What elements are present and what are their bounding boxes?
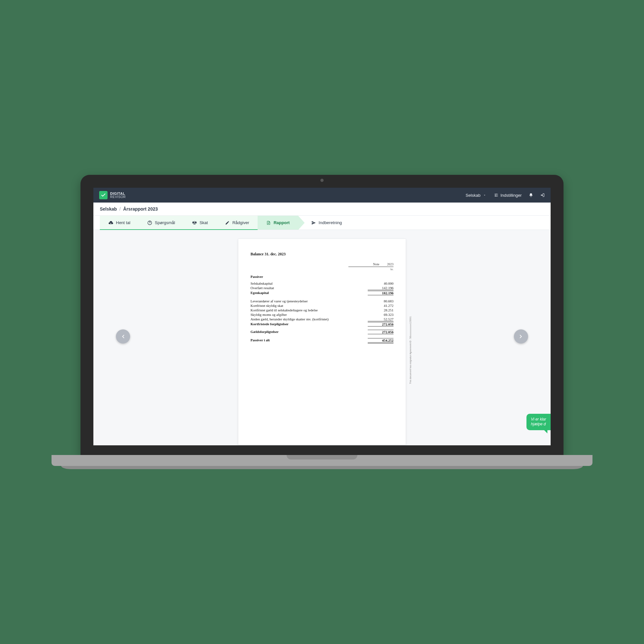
report-workspace: Balance 31. dec. 2023 Note 2023 kr. Pass… [93, 230, 551, 443]
svg-point-4 [149, 223, 150, 224]
logo-mark-icon [99, 191, 108, 199]
breadcrumb: Selskab / Årsrapport 2023 [93, 203, 551, 216]
step-skat[interactable]: Skat [184, 216, 216, 230]
step-label: Skat [200, 220, 208, 225]
step-label: Hent tal [116, 220, 130, 225]
company-dropdown-label: Selskab [466, 193, 480, 198]
table-row: Selskabskapital 40.000 [251, 281, 393, 286]
column-headers: Note 2023 [348, 262, 393, 267]
laptop-bezel: DIGITAL REVISOR Selskab Indstillinger [81, 175, 563, 455]
laptop-camera [320, 179, 324, 182]
company-dropdown[interactable]: Selskab [466, 193, 487, 198]
row-label: Overført resultat [251, 286, 368, 290]
step-radgiver[interactable]: Rådgiver [216, 216, 258, 230]
grand-total-row: Passiver i alt 454.252 [251, 338, 393, 344]
liabilities-total-row: Gældsforpligtelser 272.056 [251, 329, 393, 335]
bell-icon [529, 193, 533, 197]
file-text-icon [266, 220, 271, 225]
svg-point-2 [496, 196, 496, 196]
document-title: Balance 31. dec. 2023 [251, 252, 393, 257]
step-sporgsmal[interactable]: Spørgsmål [139, 216, 184, 230]
top-navbar: DIGITAL REVISOR Selskab Indstillinger [93, 188, 551, 203]
row-label: Skyldig moms og afgifter [251, 313, 368, 317]
help-chat-bubble[interactable]: Vi er klar hjælpe d [526, 414, 551, 430]
pencil-icon [225, 220, 230, 225]
step-hent-tal[interactable]: Hent tal [100, 216, 139, 230]
row-value: 69.323 [368, 313, 393, 317]
brand-line2: REVISOR [110, 195, 126, 199]
step-label: Spørgsmål [155, 220, 175, 225]
step-label: Rapport [274, 220, 290, 225]
help-line2: hjælpe d [531, 422, 546, 426]
row-label: Passiver i alt [251, 338, 368, 344]
row-label: Leverandører af varer og tjenesteydelser [251, 299, 368, 303]
step-indberetning[interactable]: Indberetning [298, 216, 350, 230]
logout-icon [540, 193, 545, 197]
row-label: Kortfristede forpligtelser [251, 322, 368, 327]
breadcrumb-root[interactable]: Selskab [100, 206, 117, 212]
laptop-mockup: DIGITAL REVISOR Selskab Indstillinger [81, 175, 563, 469]
cloud-download-icon [108, 220, 113, 225]
app-screen: DIGITAL REVISOR Selskab Indstillinger [93, 188, 551, 445]
table-row: Kortfristet gæld til selskabsdeltagere o… [251, 308, 393, 312]
row-label: Kortfristet gæld til selskabsdeltagere o… [251, 308, 368, 312]
esignature-note: This document has esignatur Agreement-ID… [409, 316, 411, 384]
col-note-label: Note [373, 262, 379, 266]
row-label: Selskabskapital [251, 281, 368, 285]
section-passiver-heading: Passiver [251, 275, 393, 279]
step-rapport[interactable]: Rapport [258, 216, 298, 230]
row-label: Anden gæld, herunder skyldige skatter mv… [251, 317, 368, 321]
laptop-foot [61, 466, 583, 469]
table-row: Anden gæld, herunder skyldige skatter mv… [251, 317, 393, 322]
currency-unit: kr. [251, 268, 393, 271]
laptop-base [52, 455, 592, 466]
prev-page-button[interactable] [116, 329, 130, 344]
row-label: Gældsforpligtelser [251, 330, 368, 334]
table-row: Overført resultat 142.196 [251, 286, 393, 290]
breadcrumb-separator: / [119, 206, 121, 212]
notifications-button[interactable] [529, 193, 533, 197]
row-value: 80.683 [368, 299, 393, 303]
settings-label: Indstillinger [500, 193, 522, 198]
table-row: Skyldig moms og afgifter 69.323 [251, 312, 393, 317]
row-value: 52.527 [368, 317, 393, 321]
next-page-button[interactable] [514, 329, 528, 344]
logout-button[interactable] [540, 193, 545, 197]
balance-scale-icon [192, 220, 197, 225]
table-row: Kortfristet skyldig skat 41.272 [251, 303, 393, 308]
report-page: Balance 31. dec. 2023 Note 2023 kr. Pass… [238, 239, 406, 445]
row-label: Kortfristet skyldig skat [251, 304, 368, 308]
row-value: 454.252 [368, 338, 393, 344]
row-value: 272.056 [368, 330, 393, 334]
equity-total-row: Egenkapital 182.196 [251, 290, 393, 296]
table-row: Leverandører af varer og tjenesteydelser… [251, 299, 393, 303]
paper-plane-icon [311, 220, 316, 225]
step-label: Indberetning [319, 220, 342, 225]
svg-point-0 [496, 194, 497, 194]
question-circle-icon [147, 220, 152, 225]
caret-down-icon [482, 193, 487, 197]
row-label: Egenkapital [251, 291, 368, 295]
brand-line1: DIGITAL [110, 192, 126, 195]
row-value: 41.272 [368, 304, 393, 308]
row-value: 28.251 [368, 308, 393, 312]
row-value: 272.056 [368, 322, 393, 327]
chevron-left-icon [119, 333, 127, 340]
settings-link[interactable]: Indstillinger [494, 193, 522, 198]
sliders-icon [494, 193, 498, 197]
step-tabs: Hent tal Spørgsmål Skat [93, 216, 551, 230]
row-value: 142.196 [368, 286, 393, 290]
row-value: 40.000 [368, 281, 393, 285]
step-label: Rådgiver [232, 220, 249, 225]
row-value: 182.196 [368, 291, 393, 295]
short-liabilities-total-row: Kortfristede forpligtelser 272.056 [251, 322, 393, 327]
brand-logo[interactable]: DIGITAL REVISOR [99, 191, 126, 199]
col-year-label: 2023 [387, 262, 393, 266]
chevron-right-icon [517, 333, 525, 340]
breadcrumb-page: Årsrapport 2023 [123, 206, 158, 212]
help-line1: Vi er klar [531, 417, 546, 421]
svg-point-1 [495, 195, 496, 195]
brand-text: DIGITAL REVISOR [110, 192, 126, 199]
